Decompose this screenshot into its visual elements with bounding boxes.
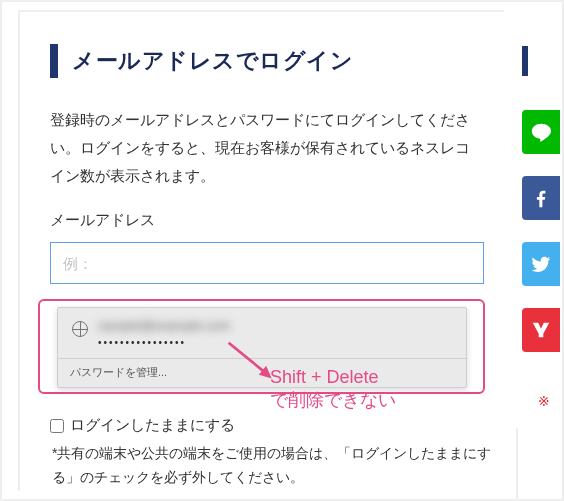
stay-logged-in-row[interactable]: ログインしたままにする <box>50 416 235 435</box>
login-line-button[interactable] <box>522 110 560 154</box>
autofill-dropdown: sample@example.com •••••••••••••••• パスワー… <box>57 307 467 388</box>
annotation-text: Shift + Delete で削除できない <box>270 366 396 412</box>
autofill-email: sample@example.com <box>98 318 230 333</box>
heading-accent-bar <box>50 44 58 78</box>
autofill-suggestion[interactable]: sample@example.com •••••••••••••••• <box>58 308 466 358</box>
social-sidebar <box>522 46 560 352</box>
stay-logged-in-label: ログインしたままにする <box>70 416 235 435</box>
login-yahoo-button[interactable] <box>522 308 560 352</box>
login-twitter-button[interactable] <box>522 242 560 286</box>
email-field[interactable] <box>50 242 484 284</box>
sidebar-accent-bar <box>522 46 528 76</box>
email-label: メールアドレス <box>50 211 484 230</box>
annotation-line2: で削除できない <box>270 390 396 410</box>
login-facebook-button[interactable] <box>522 176 560 220</box>
line-icon <box>530 121 552 143</box>
yahoo-icon <box>530 319 552 341</box>
globe-icon <box>72 321 88 337</box>
twitter-icon <box>530 253 552 275</box>
annotation-line1: Shift + Delete <box>270 367 379 387</box>
heading-row: メールアドレスでログイン <box>50 44 484 78</box>
autofill-password-dots: •••••••••••••••• <box>98 337 230 348</box>
login-description: 登録時のメールアドレスとパスワードにてログインしてください。ログインをすると、現… <box>50 106 484 189</box>
autofill-text: sample@example.com •••••••••••••••• <box>98 318 230 348</box>
stay-logged-in-hint: *共有の端末や公共の端末をご使用の場合は、「ログインしたままにする」のチェックを… <box>52 442 492 490</box>
stay-logged-in-checkbox[interactable] <box>50 419 64 433</box>
page-title: メールアドレスでログイン <box>72 46 353 76</box>
divider-line <box>516 428 518 501</box>
facebook-icon <box>530 187 552 209</box>
manage-passwords-link[interactable]: パスワードを管理... <box>58 358 466 387</box>
aside-note-mark: ※ <box>538 393 550 409</box>
